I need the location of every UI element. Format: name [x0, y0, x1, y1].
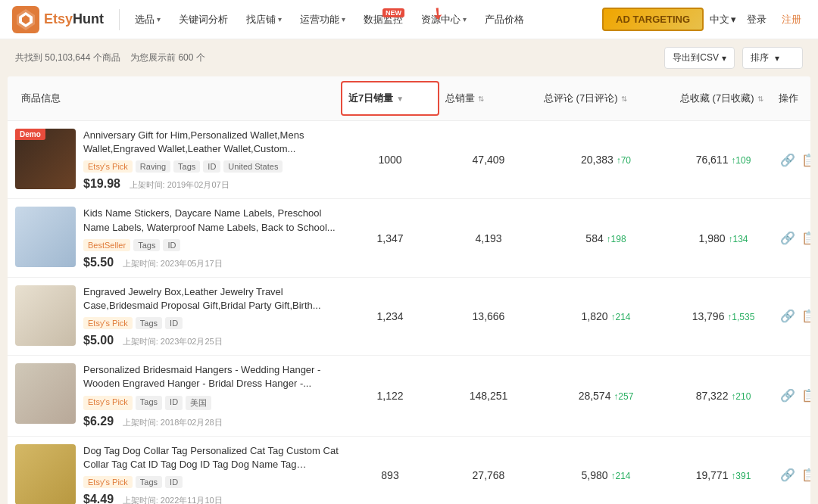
- product-price: $5.00: [83, 334, 114, 347]
- product-tag: Tags: [173, 160, 200, 173]
- product-tag: United States: [223, 160, 283, 173]
- link-icon[interactable]: 🔗: [780, 153, 795, 167]
- nav-item-keywords[interactable]: 关键词分析: [173, 8, 234, 31]
- product-thumbnail[interactable]: [15, 207, 76, 267]
- register-button[interactable]: 注册: [777, 10, 806, 30]
- product-thumbnail[interactable]: [15, 285, 76, 346]
- nav-item-products[interactable]: 选品 ▾: [129, 8, 167, 31]
- sort-button[interactable]: 排序 ▾: [742, 47, 803, 69]
- cell-favorites-delta: ↑210: [731, 391, 751, 402]
- sort-arrow-icon: ▾: [775, 53, 779, 64]
- cell-reviews-delta: ↑198: [607, 234, 626, 244]
- link-icon[interactable]: 🔗: [780, 468, 795, 482]
- nav-item-pricing[interactable]: 产品价格: [479, 8, 530, 31]
- cell-reviews-delta: ↑257: [614, 391, 633, 402]
- product-title[interactable]: Anniversary Gift for Him,Personalized Wa…: [83, 129, 341, 156]
- logo[interactable]: EtsyHunt: [12, 6, 104, 33]
- cell-favorites: 76,611 ↑109: [674, 154, 773, 166]
- nav-item-operations[interactable]: 运营功能 ▾: [294, 8, 351, 31]
- export-csv-button[interactable]: 导出到CSV ▾: [664, 47, 735, 69]
- product-info-cell: Personalized Bridesmaid Hangers - Weddin…: [15, 363, 341, 428]
- col-header-reviews[interactable]: 总评论 (7日评论) ⇅: [538, 76, 674, 120]
- bookmark-icon[interactable]: 📋: [801, 231, 811, 245]
- cell-total-sales: 27,768: [439, 469, 538, 481]
- sort-icon-reviews: ⇅: [621, 95, 627, 103]
- header-right: AD TARGETING 中文 ▾ 登录 注册: [602, 8, 806, 31]
- cell-favorites: 87,322 ↑210: [674, 390, 773, 402]
- product-thumbnail[interactable]: [15, 444, 76, 505]
- product-info-cell: Engraved Jewelry Box,Leather Jewelry Tra…: [15, 285, 341, 347]
- product-title[interactable]: Personalized Bridesmaid Hangers - Weddin…: [83, 363, 341, 390]
- product-tag: Raving: [136, 160, 170, 173]
- product-tag: Etsy's Pick: [83, 476, 133, 488]
- product-price: $19.98: [83, 177, 120, 190]
- table-row: Demo Anniversary Gift for Him,Personaliz…: [8, 121, 810, 199]
- cell-total-sales: 148,251: [439, 390, 538, 402]
- product-price: $6.29: [83, 415, 114, 428]
- product-date: 上架时间: 2019年02月07日: [130, 180, 229, 189]
- product-details: Anniversary Gift for Him,Personalized Wa…: [83, 129, 341, 191]
- col-header-actions: 操作: [773, 76, 810, 120]
- product-date: 上架时间: 2023年05月17日: [123, 259, 223, 268]
- product-title[interactable]: Dog Tag Dog Collar Tag Personalized Cat …: [83, 444, 341, 471]
- cell-7d-sales: 1,122: [341, 390, 439, 402]
- login-button[interactable]: 登录: [742, 10, 771, 30]
- link-icon[interactable]: 🔗: [780, 388, 795, 403]
- bookmark-icon[interactable]: 📋: [801, 388, 811, 403]
- cell-reviews: 20,383 ↑70: [538, 154, 674, 166]
- product-price: $4.49: [83, 493, 114, 504]
- bookmark-icon[interactable]: 📋: [801, 468, 811, 482]
- col-header-favorites[interactable]: 总收藏 (7日收藏) ⇅: [674, 76, 773, 120]
- product-tags: BestSellerTagsID: [83, 239, 341, 251]
- nav-arrow-products: ▾: [157, 15, 161, 23]
- link-icon[interactable]: 🔗: [780, 231, 795, 245]
- product-tags: Etsy's PickRavingTagsIDUnited States: [83, 160, 341, 173]
- result-info: 共找到 50,103,644 个商品 为您展示前 600 个: [15, 51, 205, 64]
- nav-item-shops[interactable]: 找店铺 ▾: [240, 8, 288, 31]
- products-table: 商品信息 近7日销量 ▼ 总销量 ⇅ 总评论 (7日评论) ⇅ 总收藏 (7日收…: [8, 76, 810, 504]
- nav-item-resources[interactable]: 资源中心 ▾: [415, 8, 473, 31]
- bookmark-icon[interactable]: 📋: [801, 309, 811, 323]
- product-date: 上架时间: 2023年02月25日: [123, 337, 223, 346]
- ad-targeting-button[interactable]: AD TARGETING: [602, 8, 704, 31]
- cell-7d-sales: 1,234: [341, 310, 439, 322]
- thumb-placeholder: [15, 285, 76, 346]
- cell-reviews-delta: ↑70: [617, 155, 631, 166]
- product-tag: Tags: [136, 317, 162, 329]
- cell-favorites-delta: ↑391: [731, 471, 751, 481]
- product-title[interactable]: Engraved Jewelry Box,Leather Jewelry Tra…: [83, 285, 341, 313]
- product-title[interactable]: Kids Name Stickers, Daycare Name Labels,…: [83, 207, 341, 234]
- product-thumbnail[interactable]: [15, 363, 76, 424]
- cell-reviews: 1,820 ↑214: [538, 310, 674, 322]
- col-header-7d-sales[interactable]: 近7日销量 ▼: [341, 81, 439, 116]
- product-tag: ID: [165, 317, 183, 329]
- action-icons: 🔗 📋 ☆ ⊙: [773, 153, 810, 167]
- action-icons: 🔗 📋 ☆ ⊙: [773, 468, 810, 482]
- product-tags: Etsy's PickTagsID: [83, 317, 341, 329]
- nav-arrow-shops: ▾: [278, 15, 282, 23]
- cell-favorites-delta: ↑1,535: [727, 312, 754, 322]
- product-details: Kids Name Stickers, Daycare Name Labels,…: [83, 207, 341, 269]
- product-tag: 美国: [186, 396, 211, 410]
- product-date: 上架时间: 2018年02月28日: [123, 418, 223, 427]
- new-badge: NEW: [382, 8, 404, 17]
- product-price-row: $5.00 上架时间: 2023年02月25日: [83, 334, 341, 347]
- thumb-placeholder: [15, 363, 76, 424]
- product-tag: Tags: [133, 239, 160, 251]
- cell-7d-sales: 893: [341, 469, 439, 481]
- cell-favorites-delta: ↑109: [731, 155, 751, 166]
- col-header-total-sales[interactable]: 总销量 ⇅: [439, 76, 538, 120]
- link-icon[interactable]: 🔗: [780, 309, 795, 323]
- nav-arrow-operations: ▾: [342, 15, 345, 23]
- table-header: 商品信息 近7日销量 ▼ 总销量 ⇅ 总评论 (7日评论) ⇅ 总收藏 (7日收…: [8, 76, 810, 121]
- demo-badge: Demo: [15, 129, 45, 140]
- lang-arrow-icon: ▾: [731, 14, 736, 25]
- nav-item-monitoring[interactable]: 数据监控 NEW: [357, 8, 409, 31]
- product-price-row: $19.98 上架时间: 2019年02月07日: [83, 177, 341, 191]
- bookmark-icon[interactable]: 📋: [801, 153, 811, 167]
- action-icons: 🔗 📋 ☆ ⊙: [773, 309, 810, 323]
- product-tag: ID: [165, 396, 183, 410]
- language-selector[interactable]: 中文 ▾: [710, 13, 736, 26]
- cell-favorites-delta: ↑134: [728, 234, 748, 244]
- table-row: Engraved Jewelry Box,Leather Jewelry Tra…: [8, 278, 810, 356]
